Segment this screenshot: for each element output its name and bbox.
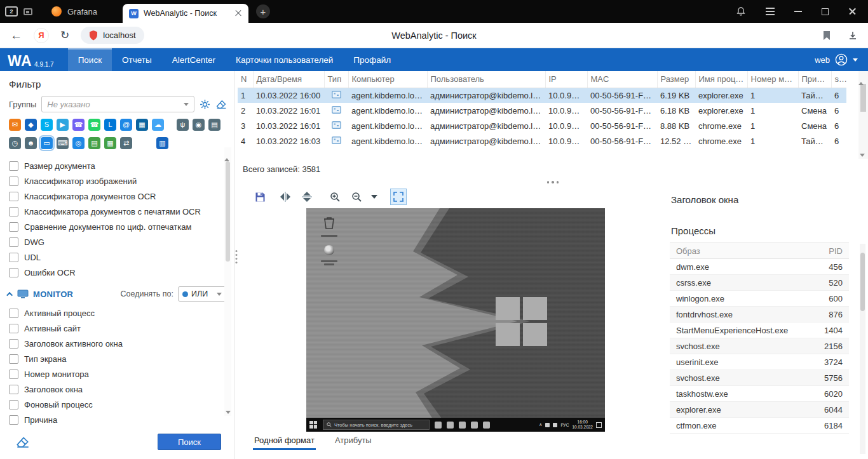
browser-menu-icon[interactable] (766, 11, 775, 12)
filter-checkbox-item[interactable]: Заголовок окна (9, 382, 225, 397)
flip-horizontal-icon[interactable] (277, 189, 294, 205)
viber-icon[interactable]: ☎ (72, 119, 85, 131)
process-row[interactable]: dwm.exe 456 (670, 259, 849, 275)
filter-checkbox-item[interactable]: Заголовок активного окна (9, 336, 225, 351)
results-scrollbar[interactable] (858, 71, 868, 159)
time-icon[interactable]: ◷ (9, 137, 21, 149)
new-window-icon[interactable] (24, 8, 32, 15)
filter-checkbox-item[interactable]: Сравнение документов по циф. отпечаткам (9, 219, 225, 234)
notifications-bell-icon[interactable] (736, 6, 746, 17)
results-column-header[interactable]: Причина (798, 71, 831, 88)
join-operator-select[interactable]: ИЛИ (178, 286, 226, 302)
process-row[interactable]: winlogon.exe 600 (670, 291, 849, 307)
new-tab-button[interactable]: + (256, 4, 270, 18)
column-pid[interactable]: PID (813, 243, 849, 259)
screenshot-image[interactable]: Чтобы начать поиск, введите здесь ∧ (306, 208, 605, 432)
scrollbar-thumb[interactable] (226, 161, 230, 262)
process-row[interactable]: explorer.exe 6044 (670, 402, 849, 418)
flip-vertical-icon[interactable] (299, 189, 315, 205)
zoom-out-icon[interactable] (348, 189, 365, 205)
column-image[interactable]: Образ (670, 243, 813, 259)
filter-checkbox-item[interactable]: Активный процесс (9, 305, 225, 321)
process-row[interactable]: taskhostw.exe 6020 (670, 386, 849, 402)
filter-checkbox-item[interactable]: Классификатора документов с печатями OCR (9, 204, 225, 219)
close-tab-icon[interactable] (234, 10, 242, 17)
network-icon[interactable]: ⇄ (120, 137, 132, 149)
filter-checkbox-item[interactable]: Классификатора документов OCR (9, 189, 225, 204)
viewer-tab[interactable]: Родной формат (253, 436, 316, 450)
checkbox[interactable] (9, 339, 18, 349)
clear-all-filters-eraser-icon[interactable] (15, 436, 31, 448)
lync-icon[interactable]: L (104, 119, 116, 131)
keyboard-icon[interactable]: ⌨ (57, 137, 69, 149)
checkbox[interactable] (9, 415, 18, 425)
mail-icon[interactable]: ✉ (9, 119, 21, 131)
app-nav-tab[interactable]: AlertCenter (162, 48, 226, 71)
yandex-icon[interactable]: Я (34, 28, 49, 43)
usb-icon[interactable]: ψ (177, 119, 189, 131)
monitor-section-header[interactable]: MONITOR Соединять по: ИЛИ (0, 280, 234, 303)
whatsapp-icon[interactable]: ☎ (88, 119, 100, 131)
checkbox[interactable] (9, 161, 18, 171)
browser-icon[interactable]: ◎ (72, 137, 85, 149)
groups-select[interactable]: Не указано (41, 96, 194, 112)
horizontal-splitter[interactable] (238, 178, 868, 187)
app-nav-tab[interactable]: Поиск (68, 48, 112, 71)
checkbox[interactable] (9, 207, 18, 216)
checkbox[interactable] (9, 324, 18, 333)
zoom-in-icon[interactable] (327, 189, 343, 205)
scroll-down-icon[interactable] (226, 411, 231, 414)
checkbox[interactable] (9, 354, 18, 364)
scrollbar-thumb[interactable] (860, 84, 866, 112)
results-column-header[interactable]: Номер монитора (747, 71, 798, 88)
sharepoint-icon[interactable]: ▦ (136, 119, 148, 131)
results-column-header[interactable]: Компьютер (348, 71, 427, 88)
close-window-icon[interactable] (848, 8, 857, 16)
filter-checkbox-item[interactable]: Причина (9, 412, 225, 427)
files-icon[interactable]: ▤ (88, 137, 100, 149)
checkbox[interactable] (9, 176, 18, 186)
user-activity-icon[interactable]: ☻ (25, 137, 37, 149)
filter-checkbox-item[interactable]: Классификатор изображений (9, 173, 225, 189)
results-column-header[interactable]: Размер (657, 71, 695, 88)
print-job-icon[interactable]: ▥ (156, 137, 168, 149)
checkbox[interactable] (9, 192, 18, 201)
results-column-header[interactable]: Тип (324, 71, 348, 88)
sidebar-scrollbar[interactable] (224, 147, 231, 416)
process-row[interactable]: svchost.exe 2156 (670, 338, 849, 354)
viewer-tab[interactable]: Атрибуты (334, 436, 373, 450)
windows-count-icon[interactable]: 2 (5, 6, 18, 17)
results-column-header[interactable]: N (238, 71, 253, 88)
results-column-header[interactable]: MAC (587, 71, 657, 88)
scroll-up-icon[interactable] (858, 71, 864, 85)
checkbox[interactable] (9, 268, 18, 277)
checkbox[interactable] (9, 253, 18, 262)
results-column-header[interactable]: se (831, 71, 846, 88)
result-row[interactable]: 4 10.03.2022 16:03 agent.kibdemo.local а… (238, 133, 846, 149)
scrollbar-thumb[interactable] (860, 253, 865, 311)
panel-scrollbar[interactable] (860, 244, 865, 454)
printer-icon[interactable]: ▤ (208, 119, 220, 131)
webmail-icon[interactable]: @ (120, 119, 132, 131)
checkbox[interactable] (9, 309, 18, 318)
downloads-icon[interactable] (848, 30, 858, 41)
results-column-header[interactable]: IP (545, 71, 587, 88)
checkbox[interactable] (9, 400, 18, 409)
app-nav-tab[interactable]: Отчеты (112, 48, 162, 71)
process-row[interactable]: csrss.exe 520 (670, 275, 849, 291)
minimize-window-icon[interactable] (794, 11, 802, 12)
exchange-icon[interactable]: ◆ (25, 119, 37, 131)
bookmark-icon[interactable] (822, 30, 831, 41)
filter-checkbox-item[interactable]: UDL (9, 249, 225, 265)
telegram-icon[interactable]: ▶ (57, 119, 69, 131)
skype-icon[interactable]: S (41, 119, 53, 131)
search-button[interactable]: Поиск (158, 434, 221, 450)
filter-checkbox-item[interactable]: Номер монитора (9, 366, 225, 382)
chevron-up-icon[interactable] (6, 291, 13, 298)
zoom-options-caret-icon[interactable] (370, 189, 379, 205)
filter-checkbox-item[interactable]: Активный сайт (9, 321, 225, 336)
app-nav-tab[interactable]: Карточки пользователей (226, 48, 343, 71)
user-menu[interactable]: web (815, 48, 868, 71)
back-icon[interactable]: ← (10, 29, 22, 41)
clear-filter-eraser-icon[interactable] (215, 99, 227, 109)
